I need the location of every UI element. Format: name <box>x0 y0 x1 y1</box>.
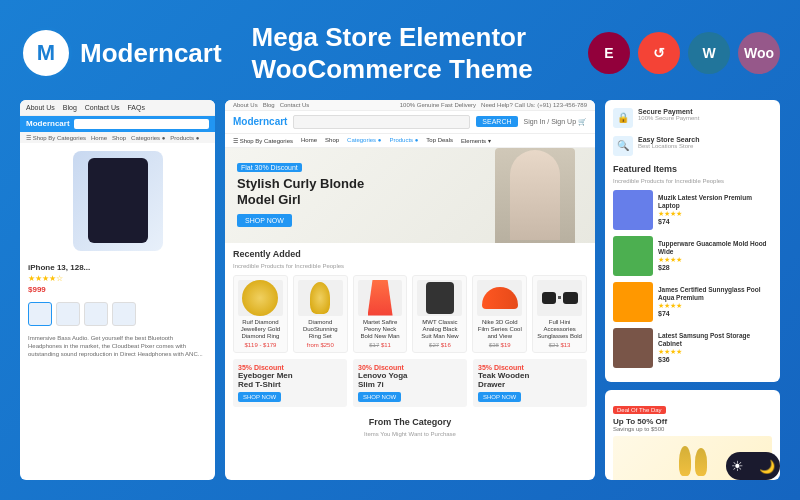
featured-item-laptop[interactable]: Muzik Latest Version Premium Laptop ★★★★… <box>613 190 772 230</box>
product-card-dress[interactable]: Martet Safire Peony Neck Bold New Man $1… <box>353 275 408 354</box>
product-card-jewelry[interactable]: Ruif Diamond Jewellery Gold Diamond Ring… <box>233 275 288 354</box>
featured-subtitle: Incredible Products for Incredible Peopl… <box>613 178 772 184</box>
hero-image <box>495 148 575 243</box>
lp-logo: Moderncart <box>26 119 70 128</box>
logo-area: M Moderncart <box>20 27 222 79</box>
thumbnail-1[interactable] <box>28 302 52 326</box>
product-name-3: Martet Safire Peony Neck Bold New Man <box>358 319 403 341</box>
cp-topbar: About Us Blog Contact Us 100% Genuine Fa… <box>225 100 595 111</box>
logo-text: Moderncart <box>80 38 222 69</box>
bottom-promos-row: 35% Discount Eyeboger MenRed T-Shirt SHO… <box>225 359 595 413</box>
product-title: iPhone 13, 128... <box>28 263 207 272</box>
featured-item-cabinet[interactable]: Latest Samsung Post Storage Cabinet ★★★★… <box>613 328 772 368</box>
featured-container-info: Tupperware Guacamole Mold Hood Wide ★★★★… <box>658 240 772 271</box>
product-img-shoe <box>477 280 522 316</box>
featured-items-section: Featured Items Incredible Products for I… <box>613 164 772 368</box>
from-category-title: From The Category <box>233 417 587 427</box>
product-img-dress <box>358 280 403 316</box>
hero-shop-button[interactable]: SHOP NOW <box>237 214 292 227</box>
secure-payment-icon: 🔒 <box>613 108 633 128</box>
left-panel: About Us Blog Contact Us FAQs Moderncart… <box>20 100 215 480</box>
lp-search[interactable] <box>74 119 209 129</box>
promo-btn-2[interactable]: SHOP NOW <box>358 392 401 402</box>
featured-item-container[interactable]: Tupperware Guacamole Mold Hood Wide ★★★★… <box>613 236 772 276</box>
product-img-jewelry <box>238 280 283 316</box>
elementor-badge: E <box>588 32 630 74</box>
product-card-glasses[interactable]: Full Hini Accessories Sunglasses Bold $2… <box>532 275 587 354</box>
cp-hero: Flat 30% Discount Stylish Curly BlondeMo… <box>225 148 595 243</box>
featured-sunglasses-img <box>613 282 653 322</box>
featured-laptop-img <box>613 190 653 230</box>
promo-title-1: Eyeboger MenRed T-Shirt <box>238 371 342 389</box>
product-name-6: Full Hini Accessories Sunglasses Bold <box>537 319 582 341</box>
product-card-shoe[interactable]: Nike 3D Gold Film Series Cool and View $… <box>472 275 527 354</box>
product-price-5: $38 $19 <box>477 342 522 348</box>
product-name-1: Ruif Diamond Jewellery Gold Diamond Ring <box>238 319 283 341</box>
promo-btn-3[interactable]: SHOP NOW <box>478 392 521 402</box>
header-section: M Moderncart Mega Store Elementor WooCom… <box>20 21 780 86</box>
right-panel: 🔒 Secure Payment 100% Secure Payment 🔍 E… <box>605 100 780 480</box>
promo-title-2: Lenovo YogaSlim 7i <box>358 371 462 389</box>
products-grid: Ruif Diamond Jewellery Gold Diamond Ring… <box>233 275 587 354</box>
product-price-4: $27 $16 <box>417 342 462 348</box>
featured-laptop-info: Muzik Latest Version Premium Laptop ★★★★… <box>658 194 772 225</box>
rp-feature-search-text: Easy Store Search Best Locations Store <box>638 136 699 149</box>
deal-price-range: Savings up to $500 <box>613 426 772 432</box>
thumbnail-4[interactable] <box>112 302 136 326</box>
lp-header: Moderncart <box>20 116 215 132</box>
from-category-subtitle: Items You Might Want to Purchase <box>233 431 587 437</box>
featured-item-sunglasses[interactable]: James Certified Sunnyglass Pool Aqua Pre… <box>613 282 772 322</box>
badges-area: E ↺ W Woo <box>588 32 780 74</box>
featured-container-img <box>613 236 653 276</box>
recently-added-subtitle: Incredible Products for Incredible Peopl… <box>233 263 587 269</box>
thumbnail-2[interactable] <box>56 302 80 326</box>
featured-title: Featured Items <box>613 164 772 174</box>
product-card-watch[interactable]: MWT Classic Analog Black Suit Man New $2… <box>412 275 467 354</box>
main-content: About Us Blog Contact Us FAQs Moderncart… <box>20 100 780 480</box>
featured-cabinet-info: Latest Samsung Post Storage Cabinet ★★★★… <box>658 332 772 363</box>
product-price: $999 <box>28 285 207 294</box>
promo-btn-1[interactable]: SHOP NOW <box>238 392 281 402</box>
from-category-section: From The Category Items You Might Want t… <box>225 413 595 441</box>
light-mode-icon: ☀ <box>731 458 744 474</box>
wordpress-badge: W <box>688 32 730 74</box>
promo-discount-1: 35% Discount <box>238 364 342 371</box>
thumbnail-3[interactable] <box>84 302 108 326</box>
product-price-6: $21 $13 <box>537 342 582 348</box>
cp-search-button[interactable]: SEARCH <box>476 116 517 127</box>
dark-mode-toggle[interactable]: ☀ 🌙 <box>726 452 780 480</box>
cp-header: Moderncart SEARCH Sign In / Sign Up 🛒 <box>225 111 595 134</box>
recently-added-section: Recently Added Incredible Products for I… <box>225 243 595 360</box>
product-card-earring[interactable]: Diamond DuoStunning Ring Set from $250 <box>293 275 348 354</box>
product-price-2: from $250 <box>298 342 343 348</box>
lp-nav: About Us Blog Contact Us FAQs <box>20 100 215 116</box>
featured-sunglasses-info: James Certified Sunnyglass Pool Aqua Pre… <box>658 286 772 317</box>
lp-categories-bar[interactable]: ☰ Shop By Categories Home Shop Categorie… <box>20 132 215 143</box>
lp-product-info: iPhone 13, 128... ★★★★☆ $999 <box>20 259 215 298</box>
logo-icon: M <box>20 27 72 79</box>
earring-left <box>679 446 691 476</box>
rp-features-and-items: 🔒 Secure Payment 100% Secure Payment 🔍 E… <box>605 100 780 382</box>
recently-added-title: Recently Added <box>233 249 587 259</box>
deal-subtitle: Up To 50% Off <box>613 417 772 426</box>
main-wrapper: M Moderncart Mega Store Elementor WooCom… <box>0 0 800 500</box>
earring-right <box>695 448 707 476</box>
promo-teak: 35% Discount Teak WoodenDrawer SHOP NOW <box>473 359 587 407</box>
store-search-icon: 🔍 <box>613 136 633 156</box>
product-description: Immersive Bass Audio. Get yourself the b… <box>20 330 215 363</box>
promo-discount-3: 35% Discount <box>478 364 582 371</box>
product-rating: ★★★★☆ <box>28 274 207 283</box>
rp-feature-secure-text: Secure Payment 100% Secure Payment <box>638 108 699 121</box>
rp-feature-secure: 🔒 Secure Payment 100% Secure Payment <box>613 108 772 128</box>
product-name-5: Nike 3D Gold Film Series Cool and View <box>477 319 522 341</box>
product-name-2: Diamond DuoStunning Ring Set <box>298 319 343 341</box>
hero-discount-label: Flat 30% Discount <box>237 163 302 172</box>
product-img-glasses <box>537 280 582 316</box>
phone-screen <box>88 158 148 243</box>
lp-product-image-area <box>20 143 215 259</box>
product-img-earring <box>298 280 343 316</box>
cp-search-input[interactable] <box>293 115 470 129</box>
deal-badge: Deal Of The Day <box>613 406 666 414</box>
tagline-area: Mega Store Elementor WooCommerce Theme <box>252 21 558 86</box>
featured-cabinet-img <box>613 328 653 368</box>
